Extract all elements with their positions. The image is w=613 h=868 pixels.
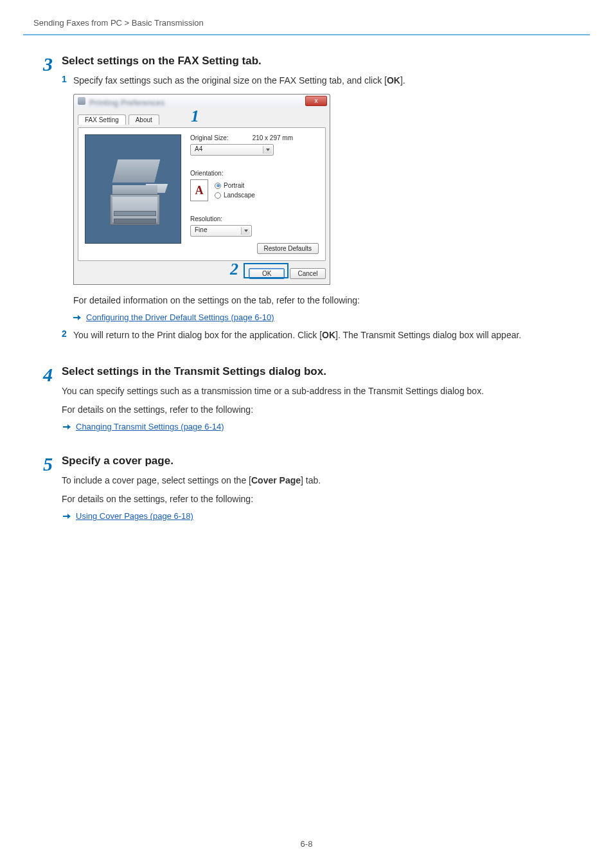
device-preview <box>85 134 181 244</box>
arrow-right-icon <box>63 513 71 520</box>
orientation-radios: Portrait Landscape <box>215 182 255 199</box>
step-number-4: 4 <box>33 365 62 438</box>
text-bold: Cover Page <box>251 475 301 485</box>
step-number-3: 3 <box>33 55 62 348</box>
text-pre: You will return to the Print dialog box … <box>73 330 322 340</box>
restore-defaults-button[interactable]: Restore Defaults <box>257 243 319 254</box>
link-row-driver-defaults: Configuring the Driver Default Settings … <box>73 312 580 322</box>
printer-cassette <box>114 219 156 224</box>
breadcrumb: Sending Faxes from PC > Basic Transmissi… <box>0 0 613 34</box>
orientation-label: Orientation: <box>190 170 224 177</box>
text-post: ]. <box>400 75 405 86</box>
original-size-dimensions: 210 x 297 mm <box>253 134 293 141</box>
text-post: ] tab. <box>301 475 321 485</box>
step-3-title: Select settings on the FAX Setting tab. <box>62 55 580 68</box>
step-number-5: 5 <box>33 455 62 527</box>
radio-landscape[interactable]: Landscape <box>215 192 255 199</box>
dialog-footer: 2 OK Cancel <box>78 261 326 279</box>
panel-footer: Restore Defaults <box>190 237 319 254</box>
settings-panel: Original Size: 210 x 297 mm A4 Orientati… <box>78 127 326 261</box>
ok-button[interactable]: OK <box>249 268 285 279</box>
step-4-p2: For details on the settings, refer to th… <box>62 403 580 417</box>
printer-adf <box>112 159 161 183</box>
fax-setting-dialog: Printing Preferences x FAX Setting About… <box>73 94 330 285</box>
step-5-body: Specify a cover page. To include a cover… <box>62 455 580 527</box>
settings-column: Original Size: 210 x 297 mm A4 Orientati… <box>190 134 319 254</box>
substep-number: 1 <box>62 74 73 87</box>
chevron-down-icon <box>263 146 272 154</box>
step-5-p1: To include a cover page, select settings… <box>62 474 580 487</box>
text-bold: OK <box>387 75 400 86</box>
cancel-button[interactable]: Cancel <box>290 268 326 279</box>
link-cover-pages[interactable]: Using Cover Pages (page 6-18) <box>76 511 193 521</box>
resolution-dropdown[interactable]: Fine <box>190 225 252 237</box>
close-button[interactable]: x <box>305 96 327 106</box>
orientation-row: A Portrait Landscape <box>190 179 319 201</box>
titlebar-printer-icon <box>78 97 85 105</box>
chevron-down-icon <box>241 227 250 235</box>
printer-illustration <box>105 154 166 225</box>
page-number: 6-8 <box>0 839 613 849</box>
link-row-transmit: Changing Transmit Settings (page 6-14) <box>63 422 580 431</box>
radio-dot-selected <box>215 183 221 189</box>
step-3-sub-1: 1 Specify fax settings such as the origi… <box>62 74 580 87</box>
step-4-title: Select settings in the Transmit Settings… <box>62 365 580 378</box>
step-3-body: Select settings on the FAX Setting tab. … <box>62 55 580 348</box>
step-5: 5 Specify a cover page. To include a cov… <box>33 455 580 527</box>
link-row-cover: Using Cover Pages (page 6-18) <box>63 511 580 521</box>
step-4-body: Select settings in the Transmit Settings… <box>62 365 580 438</box>
resolution-value: Fine <box>195 226 207 233</box>
radio-dot <box>215 192 221 199</box>
dialog-titlebar: Printing Preferences x <box>73 94 330 108</box>
step-5-title: Specify a cover page. <box>62 455 580 467</box>
radio-portrait[interactable]: Portrait <box>215 182 255 189</box>
resolution-label: Resolution: <box>190 215 222 222</box>
portrait-label: Portrait <box>224 182 244 189</box>
printer-mid <box>112 185 157 194</box>
landscape-label: Landscape <box>224 192 255 199</box>
text-pre: Specify fax settings such as the origina… <box>73 75 387 86</box>
tab-about[interactable]: About <box>129 114 159 125</box>
original-size-label: Original Size: <box>190 134 228 141</box>
content-area: 3 Select settings on the FAX Setting tab… <box>0 35 613 527</box>
dialog-title-blur: Printing Preferences <box>89 97 173 105</box>
dialog-body: FAX Setting About 1 <box>73 108 330 285</box>
step-4: 4 Select settings in the Transmit Settin… <box>33 365 580 438</box>
arrow-right-icon <box>73 314 81 321</box>
text-bold: OK <box>322 330 335 340</box>
callout-marker-1: 1 <box>191 107 199 126</box>
printer-cassette-line <box>114 211 156 216</box>
text-post: ]. The Transmit Settings dialog box will… <box>335 330 521 340</box>
substep-text: You will return to the Print dialog box … <box>73 329 580 342</box>
orientation-icon: A <box>190 179 208 201</box>
original-size-value: A4 <box>195 145 202 152</box>
link-transmit-settings[interactable]: Changing Transmit Settings (page 6-14) <box>76 422 224 431</box>
step-3: 3 Select settings on the FAX Setting tab… <box>33 55 580 348</box>
info-after-image: For detailed information on the settings… <box>73 294 580 307</box>
callout-marker-2: 2 <box>230 260 238 279</box>
step-3-sub-2: 2 You will return to the Print dialog bo… <box>62 329 580 342</box>
text-pre: To include a cover page, select settings… <box>62 475 251 485</box>
step-5-p2: For details on the settings, refer to th… <box>62 493 580 506</box>
link-driver-defaults[interactable]: Configuring the Driver Default Settings … <box>86 312 274 322</box>
original-size-dropdown[interactable]: A4 <box>190 144 274 156</box>
arrow-right-icon <box>63 424 71 430</box>
tab-fax-setting[interactable]: FAX Setting <box>78 114 126 125</box>
substep-text: Specify fax settings such as the origina… <box>73 74 580 87</box>
substep-number: 2 <box>62 329 73 342</box>
tabs-row: FAX Setting About 1 <box>78 112 326 127</box>
step-4-p1: You can specify settings such as a trans… <box>62 384 580 398</box>
